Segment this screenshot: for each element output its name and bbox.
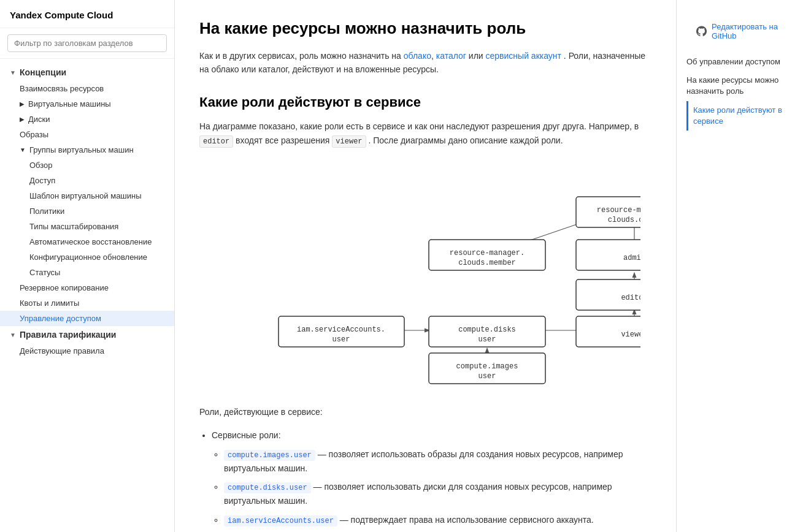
section-tarification-label: Правила тарификации xyxy=(20,330,116,340)
node-iam-sa-text2: user xyxy=(332,335,350,344)
role-code-compute-disks: compute.disks.user xyxy=(224,482,311,493)
chevron-right-icon: ▶ xyxy=(20,116,25,123)
section-concepts-label: Концепции xyxy=(20,67,66,77)
sidebar-item-shablon[interactable]: Шаблон виртуальной машины xyxy=(0,188,174,203)
sidebar-item-access[interactable]: Управление доступом xyxy=(0,311,174,326)
toc-list: Об управлении доступом На какие ресурсы … xyxy=(686,53,801,131)
service-roles-sublist: compute.images.user — позволяет использо… xyxy=(212,447,651,532)
node-editor-text: editor xyxy=(621,294,640,302)
sidebar-item-images[interactable]: Образы xyxy=(0,127,174,142)
github-edit-button[interactable]: Редактировать на GitHub xyxy=(686,12,801,40)
diagram-desc: На диаграмме показано, какие роли есть в… xyxy=(199,120,651,148)
role-code-iam-sa: iam.serviceAccounts.user xyxy=(224,515,337,526)
viewer-code: viewer xyxy=(332,135,366,148)
node-compute-disks-text2: user xyxy=(478,335,496,344)
sidebar-filter-input[interactable] xyxy=(7,34,167,52)
table-of-contents: Редактировать на GitHub Об управлении до… xyxy=(676,0,811,532)
github-icon xyxy=(696,25,707,37)
sidebar-nav: ▼ Концепции Взаимосвязь ресурсов ▶ Вирту… xyxy=(0,59,174,532)
roles-acting-label: Роли, действующие в сервисе: xyxy=(199,405,651,419)
sidebar: Yandex Compute Cloud ▼ Концепции Взаимос… xyxy=(0,0,175,532)
sidebar-item-kvoty[interactable]: Квоты и лимиты xyxy=(0,295,174,311)
node-rm-member-text2: clouds.member xyxy=(458,259,516,267)
service-roles-item: Сервисные роли: compute.images.user — по… xyxy=(212,428,651,532)
logo-text: Yandex Compute Cloud xyxy=(10,10,113,20)
role-item-iam-sa: iam.serviceAccounts.user — подтверждает … xyxy=(224,513,651,532)
sidebar-item-disks[interactable]: ▶ Диски xyxy=(0,112,174,127)
chevron-right-icon: ▶ xyxy=(20,101,25,107)
node-rm-owner-text2: clouds.owner xyxy=(607,216,640,224)
sidebar-item-politiki[interactable]: Политики xyxy=(0,203,174,219)
node-rm-owner-text1: resource-manager. xyxy=(596,206,640,215)
chevron-down-icon: ▼ xyxy=(10,332,16,338)
node-compute-images-text2: user xyxy=(478,372,496,381)
sidebar-item-avto[interactable]: Автоматическое восстановление xyxy=(0,234,174,249)
editor-code: editor xyxy=(199,135,233,148)
node-viewer-text: viewer xyxy=(621,330,640,339)
node-rm-member-text1: resource-manager. xyxy=(449,249,524,257)
sidebar-logo: Yandex Compute Cloud xyxy=(0,0,174,28)
diagram-container: resource-manager. clouds.owner resource-… xyxy=(199,160,651,393)
node-compute-disks-text1: compute.disks xyxy=(458,325,516,334)
github-edit-label: Редактировать на GitHub xyxy=(712,22,791,40)
sidebar-item-obzor[interactable]: Обзор xyxy=(0,158,174,173)
chevron-down-icon: ▼ xyxy=(10,69,16,76)
role-code-compute-images: compute.images.user xyxy=(224,450,315,461)
section2-title: Какие роли действуют в сервисе xyxy=(199,94,651,112)
sidebar-item-vzaimosvyaz[interactable]: Взаимосвязь ресурсов xyxy=(0,81,174,96)
sidebar-item-rezerv[interactable]: Резервное копирование xyxy=(0,280,174,295)
node-admin-text: admin xyxy=(623,254,640,262)
link-service-account[interactable]: сервисный аккаунт xyxy=(486,51,561,61)
toc-item-roles[interactable]: Какие роли действуют в сервисе xyxy=(686,101,801,131)
sidebar-item-konf[interactable]: Конфигурационное обновление xyxy=(0,249,174,265)
sidebar-item-statusy[interactable]: Статусы xyxy=(0,265,174,280)
link-catalog[interactable]: каталог xyxy=(436,51,466,61)
node-iam-sa-text1: iam.serviceAccounts. xyxy=(296,325,385,334)
sidebar-item-masshtab[interactable]: Типы масштабирования xyxy=(0,219,174,234)
sidebar-filter-container xyxy=(0,28,174,59)
sidebar-item-acting[interactable]: Действующие правила xyxy=(0,343,174,359)
node-compute-images-text1: compute.images xyxy=(456,362,518,371)
roles-list: Сервисные роли: compute.images.user — по… xyxy=(199,428,651,532)
roles-diagram: resource-manager. clouds.owner resource-… xyxy=(211,160,640,393)
toc-item-resources[interactable]: На какие ресурсы можно назначить роль xyxy=(686,71,801,101)
section-concepts[interactable]: ▼ Концепции xyxy=(0,64,174,81)
link-cloud[interactable]: облако xyxy=(404,51,431,61)
page-title: На какие ресурсы можно назначить роль xyxy=(199,18,651,39)
sidebar-item-vm[interactable]: ▶ Виртуальные машины xyxy=(0,96,174,112)
section-tarification[interactable]: ▼ Правила тарификации xyxy=(0,326,174,343)
role-item-compute-disks: compute.disks.user — позволяет использов… xyxy=(224,480,651,508)
toc-item-access[interactable]: Об управлении доступом xyxy=(686,53,801,71)
intro-paragraph: Как и в других сервисах, роль можно назн… xyxy=(199,49,651,77)
sidebar-item-dostup[interactable]: Доступ xyxy=(0,173,174,188)
sidebar-item-groups[interactable]: ▼ Группы виртуальных машин xyxy=(0,142,174,158)
role-item-compute-images: compute.images.user — позволяет использо… xyxy=(224,447,651,476)
content-area: На какие ресурсы можно назначить роль Ка… xyxy=(199,0,651,532)
chevron-down-icon: ▼ xyxy=(20,146,26,153)
main-content: На какие ресурсы можно назначить роль Ка… xyxy=(175,0,676,532)
